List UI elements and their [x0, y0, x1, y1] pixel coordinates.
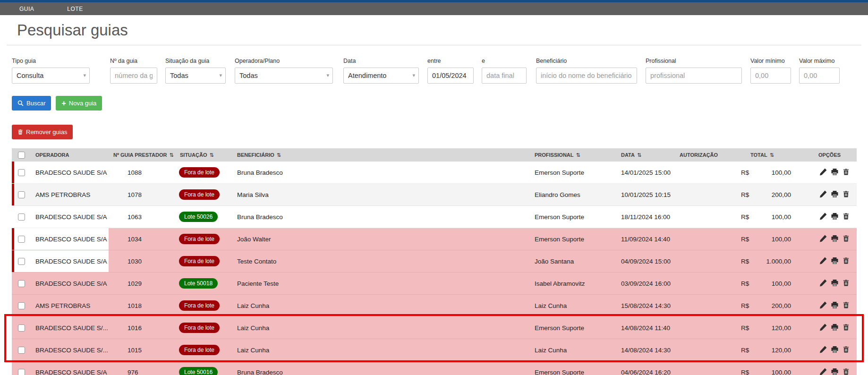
currency-symbol: R$: [741, 280, 749, 287]
total-amount: 120,00: [772, 347, 791, 354]
delete-button[interactable]: [842, 167, 851, 178]
buscar-label: Buscar: [26, 100, 45, 107]
edit-button[interactable]: [818, 167, 828, 178]
row-checkbox[interactable]: [18, 213, 25, 221]
filter-situacao-guia: Situação da guia Todas ▾: [165, 58, 226, 84]
row-checkbox[interactable]: [18, 369, 25, 375]
cell-situacao: Fora de lote: [175, 228, 232, 250]
data-inicial-input[interactable]: [427, 68, 474, 84]
print-button[interactable]: [830, 256, 840, 267]
delete-button[interactable]: [842, 212, 851, 222]
sort-icon: ⇅: [637, 152, 641, 158]
header-cell-autorizacao: AUTORIZAÇÃO: [675, 148, 736, 162]
edit-button[interactable]: [818, 345, 828, 356]
header-cell-situacao[interactable]: SITUAÇÃO ⇅: [175, 148, 232, 162]
tipo-guia-select[interactable]: Consulta: [12, 68, 90, 84]
header-cell-data[interactable]: DATA ⇅: [616, 148, 675, 162]
header-cell-profissional[interactable]: PROFISSIONAL ⇅: [530, 148, 616, 162]
row-checkbox[interactable]: [18, 169, 25, 176]
numero-guia-input[interactable]: [110, 68, 157, 84]
delete-button[interactable]: [842, 234, 851, 245]
cell-beneficiario: Bruna Bradesco: [232, 162, 530, 183]
data-final-input[interactable]: [482, 68, 527, 84]
cell-numero-guia: 1034: [109, 228, 175, 250]
beneficiario-input[interactable]: [536, 68, 637, 84]
status-badge: Lote 50026: [179, 212, 218, 222]
print-button[interactable]: [830, 323, 840, 333]
total-amount: 200,00: [772, 302, 791, 309]
cell-situacao: Fora de lote: [175, 162, 232, 183]
trash-icon: [842, 368, 850, 375]
nova-guia-button[interactable]: + Nova guia: [56, 96, 102, 111]
pencil-icon: [819, 257, 827, 266]
edit-button[interactable]: [818, 278, 828, 289]
edit-button[interactable]: [818, 367, 828, 375]
row-checkbox[interactable]: [18, 280, 25, 287]
print-button[interactable]: [830, 300, 840, 311]
table-row: AMS PETROBRAS 1018 Fora de lote Laiz Cun…: [12, 295, 857, 317]
cell-total: R$ 100,00: [736, 228, 815, 250]
total-amount: 100,00: [772, 169, 791, 176]
table-row: BRADESCO SAUDE S/A 1029 Lote 50018 Pacie…: [12, 273, 857, 295]
row-checkbox[interactable]: [18, 324, 25, 332]
situacao-guia-select[interactable]: Todas: [165, 68, 226, 84]
row-checkbox[interactable]: [18, 236, 25, 243]
menu-item-guia[interactable]: GUIA: [19, 6, 34, 12]
edit-button[interactable]: [818, 212, 828, 222]
header-cell-total[interactable]: TOTAL ⇅: [736, 148, 815, 162]
edit-button[interactable]: [818, 323, 828, 333]
table-row: BRADESCO SAUDE S/A 1034 Fora de lote Joã…: [12, 228, 857, 250]
remover-guias-button[interactable]: Remover guias: [12, 125, 73, 139]
plus-icon: +: [61, 100, 66, 107]
cell-opcoes: [815, 361, 857, 375]
currency-symbol: R$: [741, 369, 749, 375]
print-button[interactable]: [830, 234, 840, 245]
currency-symbol: R$: [741, 213, 749, 221]
status-badge: Fora de lote: [179, 323, 220, 333]
profissional-input[interactable]: [646, 68, 742, 84]
print-button[interactable]: [830, 167, 840, 178]
buscar-button[interactable]: Buscar: [12, 96, 51, 111]
row-checkbox[interactable]: [18, 302, 25, 309]
delete-button[interactable]: [842, 367, 851, 375]
sort-icon: ⇅: [277, 152, 281, 158]
edit-button[interactable]: [818, 300, 828, 311]
header-cell-numero[interactable]: Nº GUIA PRESTADOR ⇅: [109, 148, 175, 162]
delete-button[interactable]: [842, 345, 851, 356]
menu-item-lote[interactable]: LOTE: [67, 6, 83, 12]
valor-maximo-input[interactable]: [799, 68, 840, 84]
filter-label-tipo-guia: Tipo guia: [12, 58, 90, 64]
row-checkbox[interactable]: [18, 258, 25, 265]
cell-operadora: BRADESCO SAUDE S/A: [31, 206, 109, 228]
operadora-plano-select[interactable]: Todas: [235, 68, 333, 84]
cell-total: R$ 100,00: [736, 273, 815, 294]
delete-button[interactable]: [842, 323, 851, 333]
print-button[interactable]: [830, 212, 840, 222]
edit-button[interactable]: [818, 256, 828, 267]
delete-button[interactable]: [842, 278, 851, 289]
edit-button[interactable]: [818, 189, 828, 200]
delete-button[interactable]: [842, 300, 851, 311]
table-row: BRADESCO SAUDE S/... 1016 Fora de lote L…: [12, 317, 857, 339]
print-button[interactable]: [830, 345, 840, 356]
print-button[interactable]: [830, 278, 840, 289]
page-title: Pesquisar guias: [17, 21, 861, 40]
valor-minimo-input[interactable]: [750, 68, 791, 84]
filter-label-entre: entre: [427, 58, 474, 64]
row-checkbox[interactable]: [18, 347, 25, 354]
cell-opcoes: [815, 250, 857, 272]
delete-button[interactable]: [842, 256, 851, 267]
print-button[interactable]: [830, 189, 840, 200]
print-button[interactable]: [830, 367, 840, 375]
select-all-checkbox[interactable]: [18, 152, 25, 159]
header-cell-beneficiario[interactable]: BENEFICIÁRIO ⇅: [232, 148, 530, 162]
row-checkbox[interactable]: [18, 191, 25, 198]
printer-icon: [831, 235, 839, 244]
edit-button[interactable]: [818, 234, 828, 245]
filter-tipo-guia: Tipo guia Consulta ▾: [12, 58, 90, 84]
delete-button[interactable]: [842, 189, 851, 200]
cell-numero-guia: 1029: [109, 273, 175, 294]
data-tipo-select[interactable]: Atendimento: [343, 68, 419, 84]
cell-situacao: Lote 50018: [175, 273, 232, 294]
filter-label-operadora: Operadora/Plano: [235, 58, 333, 64]
